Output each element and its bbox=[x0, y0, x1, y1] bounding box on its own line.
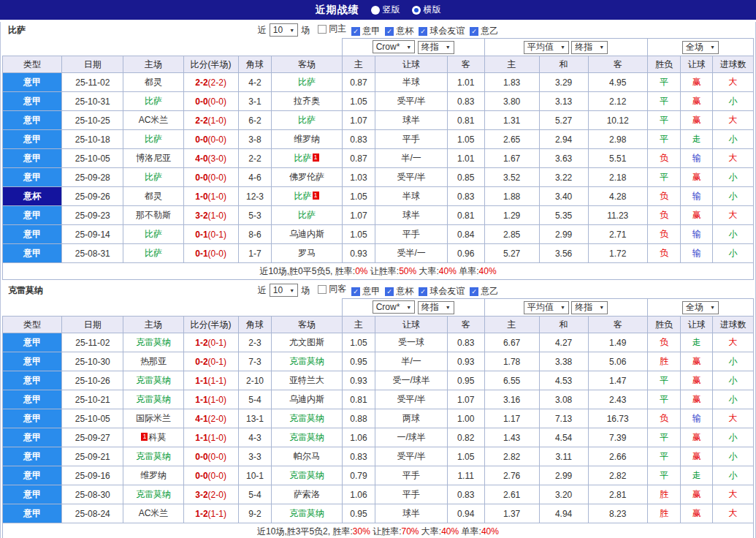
score-cell: 0-0(0-0) bbox=[183, 466, 238, 485]
filter-checkbox[interactable]: ✓意甲 bbox=[351, 285, 380, 298]
avg-home-cell: 3.80 bbox=[484, 92, 539, 111]
team-cell: 比萨 bbox=[123, 130, 183, 149]
layout-option-horizontal[interactable]: 横版 bbox=[412, 4, 441, 16]
league-cell: 意甲 bbox=[3, 466, 62, 485]
summary-part: 大率: bbox=[419, 526, 442, 537]
avg-home-cell: 2.61 bbox=[484, 485, 539, 504]
chevron-down-icon: ▼ bbox=[446, 45, 451, 50]
league-cell: 意甲 bbox=[3, 447, 62, 466]
result-cell: 负 bbox=[647, 187, 681, 206]
odds-final-select[interactable]: 终指 ▼ bbox=[418, 41, 454, 54]
team-name: 都灵 bbox=[145, 191, 162, 201]
checked-checkbox-icon: ✓ bbox=[470, 27, 478, 36]
handicap-cell: 半/一 bbox=[375, 149, 447, 168]
avg-home-cell: 2.85 bbox=[484, 225, 539, 244]
average-final-select[interactable]: 终指 ▼ bbox=[571, 301, 608, 314]
average-final-value: 终指 bbox=[575, 41, 592, 53]
layout-option-vertical[interactable]: 竖版 bbox=[371, 4, 400, 16]
team-cell: 克雷莫纳 bbox=[123, 371, 183, 390]
chevron-down-icon: ▼ bbox=[710, 45, 715, 50]
avg-draw-cell: 3.38 bbox=[539, 352, 588, 371]
score-cell: 1-2(1-1) bbox=[183, 504, 238, 523]
date-cell: 25-10-30 bbox=[62, 352, 123, 371]
team-name: 克雷莫纳 bbox=[136, 394, 171, 404]
col-goals: 进球数 bbox=[713, 56, 754, 73]
team-cell: 比萨1 bbox=[272, 149, 342, 168]
odds-source-select[interactable]: Crow* ▼ bbox=[373, 40, 416, 53]
filter-checkbox[interactable]: ✓意乙 bbox=[470, 25, 498, 37]
checked-checkbox-icon: ✓ bbox=[385, 287, 394, 296]
filter-checkbox[interactable]: ✓意乙 bbox=[470, 285, 498, 298]
corner-cell: 5-4 bbox=[238, 390, 272, 409]
team-cell: 比萨 bbox=[272, 206, 342, 225]
average-final-select[interactable]: 终指 ▼ bbox=[571, 41, 608, 54]
filter-checkbox[interactable]: 同主 bbox=[318, 23, 346, 35]
summary-part: 40% bbox=[441, 526, 459, 537]
team-name: 那不勒斯 bbox=[136, 210, 171, 220]
odds-home-cell: 0.88 bbox=[342, 409, 375, 428]
chevron-down-icon: ▼ bbox=[599, 45, 604, 50]
handicap-result-cell: 赢 bbox=[681, 352, 713, 371]
odds-home-cell: 0.93 bbox=[342, 244, 375, 263]
odds-home-cell: 1.06 bbox=[342, 428, 375, 447]
page-body: 比萨 近 10 ▼ 场 同主✓意甲✓意杯✓球会友谊✓意乙 bbox=[0, 22, 756, 538]
avg-away-cell: 2.18 bbox=[588, 168, 647, 187]
avg-away-cell: 1.72 bbox=[588, 244, 647, 263]
team-name: 罗马 bbox=[298, 248, 316, 258]
col-let-result: 让球 bbox=[681, 317, 713, 333]
match-row: 意甲25-09-14比萨0-1(0-1)8-6乌迪内斯1.05平手0.842.8… bbox=[3, 225, 754, 244]
filter-row: 克雷莫纳 近 10 ▼ 场 同客✓意甲✓意杯✓球会友谊✓意乙 bbox=[1, 282, 755, 298]
result-cell: 负 bbox=[647, 409, 681, 428]
avg-home-cell: 6.55 bbox=[484, 371, 539, 390]
filter-checkbox[interactable]: ✓意杯 bbox=[385, 285, 413, 298]
odds-source-select[interactable]: Crow* ▼ bbox=[373, 300, 416, 314]
handicap-cell: 受平/半 bbox=[375, 168, 447, 187]
filter-checkbox[interactable]: ✓意甲 bbox=[351, 25, 380, 37]
date-cell: 25-09-28 bbox=[62, 168, 123, 187]
results-body: 意甲25-11-02都灵2-2(2-2)4-2比萨0.87半球1.011.833… bbox=[3, 73, 754, 263]
score-cell: 4-0(3-0) bbox=[183, 149, 238, 168]
avg-home-cell: 1.37 bbox=[484, 504, 539, 523]
recent-count-select[interactable]: 10 ▼ bbox=[270, 23, 298, 37]
average-select[interactable]: 平均值 ▼ bbox=[524, 301, 569, 314]
team-name: 克雷莫纳 bbox=[289, 470, 324, 480]
odds-home-cell: 0.87 bbox=[342, 73, 375, 92]
odds-final-select[interactable]: 终指 ▼ bbox=[418, 301, 454, 314]
recent-count-select[interactable]: 10 ▼ bbox=[270, 284, 298, 297]
scope-select[interactable]: 全场 ▼ bbox=[682, 41, 719, 54]
scope-group: 全场 ▼ bbox=[647, 299, 753, 317]
checked-checkbox-icon: ✓ bbox=[385, 27, 394, 36]
handicap-result-cell: 走 bbox=[681, 130, 713, 149]
team-cell: 那不勒斯 bbox=[123, 206, 183, 225]
filter-checkbox[interactable]: ✓球会友谊 bbox=[419, 25, 465, 37]
avg-draw-cell: 5.27 bbox=[539, 111, 588, 130]
avg-away-cell: 4.28 bbox=[588, 187, 647, 206]
goals-result-cell: 小 bbox=[713, 466, 754, 485]
goals-result-cell: 大 bbox=[713, 485, 754, 504]
scope-select[interactable]: 全场 ▼ bbox=[682, 301, 719, 314]
summary-part: 0% bbox=[355, 266, 367, 276]
odds-away-cell: 0.83 bbox=[447, 187, 484, 206]
corner-cell: 4-6 bbox=[238, 168, 272, 187]
team-cell: AC米兰 bbox=[123, 111, 183, 130]
avg-away-cell: 11.23 bbox=[588, 206, 647, 225]
filter-checkbox[interactable]: ✓球会友谊 bbox=[419, 285, 465, 298]
odds-away-cell: 0.81 bbox=[447, 206, 484, 225]
filter-checkbox[interactable]: ✓意杯 bbox=[385, 25, 413, 37]
team-name: 比萨 bbox=[298, 77, 316, 87]
odds-group: Crow* ▼ 终指 ▼ bbox=[342, 299, 484, 317]
league-cell: 意甲 bbox=[3, 149, 62, 168]
team-cell: AC米兰 bbox=[123, 504, 183, 523]
odds-home-cell: 1.05 bbox=[342, 333, 375, 352]
col-date: 日期 bbox=[62, 317, 123, 333]
chevron-down-icon: ▼ bbox=[560, 305, 565, 310]
filter-checkbox[interactable]: 同客 bbox=[318, 283, 346, 295]
avg-draw-cell: 4.54 bbox=[539, 428, 588, 447]
team-name: 比萨 bbox=[298, 115, 316, 125]
team-cell: 克雷莫纳 bbox=[123, 333, 183, 352]
avg-draw-cell: 4.27 bbox=[539, 333, 588, 352]
summary-row: 近10场,胜0平5负5, 胜率:0% 让胜率:50% 大率:40% 单率:40% bbox=[3, 263, 754, 280]
average-select[interactable]: 平均值 ▼ bbox=[524, 41, 569, 54]
summary-part: 让胜率: bbox=[370, 526, 402, 537]
score-cell: 1-2(0-1) bbox=[183, 333, 238, 352]
